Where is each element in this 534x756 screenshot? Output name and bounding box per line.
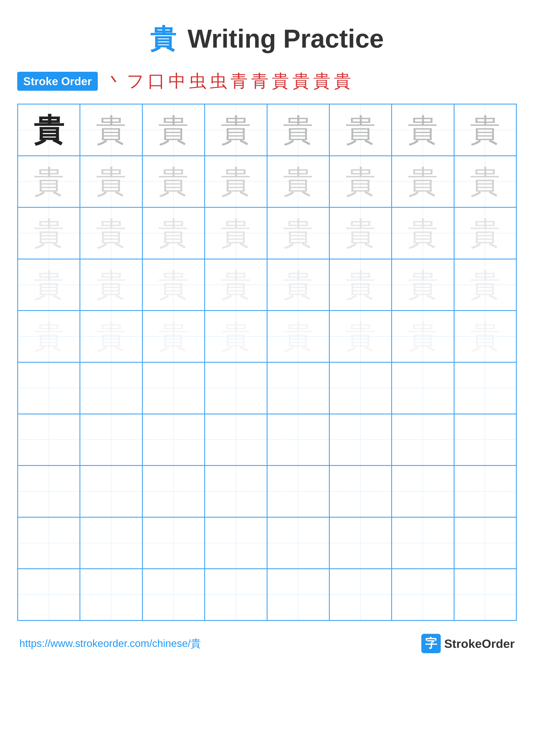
grid-cell-empty[interactable]	[142, 517, 205, 569]
grid-cell[interactable]: 貴	[142, 207, 205, 259]
grid-cell-empty[interactable]	[329, 569, 392, 620]
footer-brand: 字 StrokeOrder	[421, 634, 515, 653]
page-title: 貴 Writing Practice	[17, 21, 517, 57]
grid-cell[interactable]: 貴	[205, 207, 267, 259]
grid-cell[interactable]: 貴	[267, 104, 329, 156]
grid-cell-empty[interactable]	[142, 466, 205, 517]
grid-cell-empty[interactable]	[205, 362, 267, 414]
grid-cell-empty[interactable]	[205, 466, 267, 517]
grid-cell[interactable]: 貴	[329, 104, 392, 156]
grid-cell-empty[interactable]	[392, 362, 454, 414]
grid-cell[interactable]: 貴	[454, 207, 516, 259]
title-char: 貴	[150, 24, 176, 53]
grid-cell[interactable]: 貴	[392, 259, 454, 311]
grid-cell-empty[interactable]	[329, 362, 392, 414]
grid-cell-empty[interactable]	[454, 517, 516, 569]
practice-grid: 貴 貴 貴 貴 貴 貴 貴 貴 貴 貴 貴 貴 貴 貴 貴 貴 貴 貴 貴 貴 …	[17, 104, 517, 621]
grid-cell-empty[interactable]	[267, 517, 329, 569]
grid-cell[interactable]: 貴	[142, 310, 205, 362]
grid-cell[interactable]: 貴	[205, 104, 267, 156]
grid-cell-empty[interactable]	[267, 362, 329, 414]
grid-cell[interactable]: 貴	[454, 259, 516, 311]
stroke-sequence: 丶 フ 口 中 虫 虫 青 青 貴 貴 貴 貴	[104, 69, 353, 93]
grid-cell[interactable]: 貴	[329, 156, 392, 207]
grid-cell[interactable]: 貴	[80, 310, 142, 362]
grid-cell-empty[interactable]	[329, 517, 392, 569]
grid-cell-empty[interactable]	[142, 362, 205, 414]
grid-cell[interactable]: 貴	[80, 104, 142, 156]
grid-cell[interactable]: 貴	[80, 207, 142, 259]
grid-cell-empty[interactable]	[454, 362, 516, 414]
grid-cell[interactable]: 貴	[142, 156, 205, 207]
grid-cell[interactable]: 貴	[392, 156, 454, 207]
grid-cell[interactable]: 貴	[454, 104, 516, 156]
grid-cell[interactable]: 貴	[392, 207, 454, 259]
grid-cell[interactable]: 貴	[205, 259, 267, 311]
grid-cell-empty[interactable]	[329, 466, 392, 517]
grid-cell-empty[interactable]	[392, 517, 454, 569]
grid-cell[interactable]: 貴	[267, 207, 329, 259]
grid-cell-empty[interactable]	[80, 517, 142, 569]
grid-cell[interactable]: 貴	[392, 104, 454, 156]
grid-cell-empty[interactable]	[18, 362, 80, 414]
grid-cell-empty[interactable]	[18, 414, 80, 466]
grid-cell[interactable]: 貴	[267, 310, 329, 362]
grid-cell[interactable]: 貴	[18, 259, 80, 311]
grid-cell[interactable]: 貴	[18, 207, 80, 259]
stroke-order-badge: Stroke Order	[17, 72, 98, 91]
grid-cell[interactable]: 貴	[454, 310, 516, 362]
grid-cell-empty[interactable]	[142, 569, 205, 620]
brand-name: StrokeOrder	[444, 636, 515, 651]
stroke-order-row: Stroke Order 丶 フ 口 中 虫 虫 青 青 貴 貴 貴 貴	[17, 69, 517, 93]
brand-char: 字	[425, 635, 437, 652]
grid-cell[interactable]: 貴	[392, 310, 454, 362]
grid-cell[interactable]: 貴	[142, 259, 205, 311]
grid-cell-empty[interactable]	[267, 569, 329, 620]
grid-cell-empty[interactable]	[267, 414, 329, 466]
grid-cell[interactable]: 貴	[267, 156, 329, 207]
grid-cell[interactable]: 貴	[142, 104, 205, 156]
grid-cell-empty[interactable]	[80, 362, 142, 414]
grid-cell-empty[interactable]	[80, 414, 142, 466]
grid-cell-empty[interactable]	[205, 517, 267, 569]
title-text: Writing Practice	[188, 24, 384, 53]
brand-icon: 字	[421, 634, 441, 653]
grid-cell-empty[interactable]	[392, 466, 454, 517]
grid-cell-empty[interactable]	[454, 466, 516, 517]
grid-cell-empty[interactable]	[142, 414, 205, 466]
grid-cell-empty[interactable]	[80, 569, 142, 620]
grid-cell-empty[interactable]	[18, 517, 80, 569]
grid-cell[interactable]: 貴	[329, 259, 392, 311]
grid-cell-empty[interactable]	[392, 414, 454, 466]
grid-cell[interactable]: 貴	[454, 156, 516, 207]
grid-cell[interactable]: 貴	[18, 104, 80, 156]
footer-url[interactable]: https://www.strokeorder.com/chinese/貴	[19, 636, 201, 650]
grid-cell-empty[interactable]	[329, 414, 392, 466]
grid-cell[interactable]: 貴	[329, 207, 392, 259]
grid-cell-empty[interactable]	[18, 466, 80, 517]
grid-cell-empty[interactable]	[454, 569, 516, 620]
grid-cell[interactable]: 貴	[80, 259, 142, 311]
grid-cell[interactable]: 貴	[267, 259, 329, 311]
grid-cell-empty[interactable]	[205, 569, 267, 620]
grid-cell-empty[interactable]	[267, 466, 329, 517]
grid-cell[interactable]: 貴	[80, 156, 142, 207]
grid-cell-empty[interactable]	[454, 414, 516, 466]
grid-cell-empty[interactable]	[205, 414, 267, 466]
grid-cell-empty[interactable]	[392, 569, 454, 620]
grid-cell-empty[interactable]	[18, 569, 80, 620]
grid-cell[interactable]: 貴	[205, 156, 267, 207]
grid-cell[interactable]: 貴	[205, 310, 267, 362]
grid-cell[interactable]: 貴	[329, 310, 392, 362]
grid-cell-empty[interactable]	[80, 466, 142, 517]
grid-cell[interactable]: 貴	[18, 156, 80, 207]
footer: https://www.strokeorder.com/chinese/貴 字 …	[17, 634, 517, 653]
grid-cell[interactable]: 貴	[18, 310, 80, 362]
